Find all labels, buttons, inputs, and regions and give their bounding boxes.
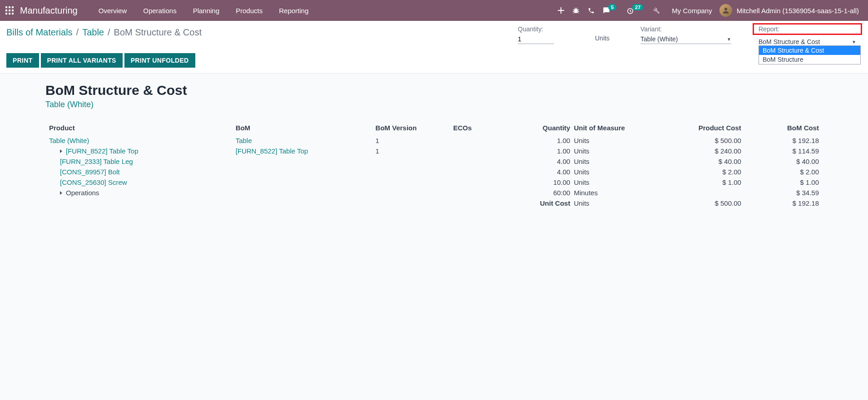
expand-caret-icon[interactable] bbox=[60, 149, 62, 153]
apps-icon[interactable] bbox=[5, 6, 14, 15]
crumb-bills-of-materials[interactable]: Bills of Materials bbox=[6, 27, 73, 38]
top-nav: Manufacturing Overview Operations Planni… bbox=[0, 0, 868, 21]
print-unfolded-button[interactable]: PRINT UNFOLDED bbox=[124, 53, 195, 68]
svg-line-12 bbox=[573, 10, 575, 10]
product-cost: $ 240.00 bbox=[667, 146, 745, 156]
plus-icon[interactable] bbox=[558, 7, 564, 14]
report-label: Report: bbox=[753, 23, 862, 35]
product-cost: $ 2.00 bbox=[667, 167, 745, 177]
product-link[interactable]: [CONS_25630] Screw bbox=[60, 178, 127, 186]
bom-version: 1 bbox=[372, 135, 450, 146]
product-link[interactable]: [FURN_8522] Table Top bbox=[66, 147, 139, 155]
activity-badge: 27 bbox=[632, 4, 643, 10]
svg-rect-4 bbox=[9, 10, 10, 11]
quantity: 10.00 bbox=[512, 177, 574, 188]
crumb-sep: / bbox=[76, 27, 79, 38]
messaging-badge: 5 bbox=[608, 4, 616, 10]
report-field: Report: BoM Structure & Cost ▼ BoM Struc… bbox=[759, 25, 856, 47]
quantity: 4.00 bbox=[512, 167, 574, 177]
chevron-down-icon: ▼ bbox=[852, 40, 856, 44]
product-cost bbox=[667, 188, 745, 198]
messaging-icon[interactable]: 5 bbox=[603, 7, 618, 14]
bom-version bbox=[372, 188, 450, 198]
quantity: 60:00 bbox=[512, 188, 574, 198]
report-body: BoM Structure & Cost Table (White) Produ… bbox=[0, 74, 868, 217]
chevron-down-icon: ▼ bbox=[727, 37, 731, 42]
table-row: Table (White)Table11.00Units$ 500.00$ 19… bbox=[45, 135, 823, 146]
svg-line-17 bbox=[577, 12, 579, 13]
crumb-table[interactable]: Table bbox=[82, 27, 104, 38]
footer-bcost: $ 192.18 bbox=[745, 198, 823, 208]
user-menu[interactable]: Mitchell Admin (15369054-saas-15-1-all) bbox=[719, 4, 863, 17]
breadcrumb: Bills of Materials / Table / BoM Structu… bbox=[6, 25, 202, 38]
tools-icon[interactable] bbox=[653, 7, 660, 14]
product-link[interactable]: Table (White) bbox=[49, 137, 89, 144]
product-link: Operations bbox=[66, 189, 99, 197]
svg-point-19 bbox=[576, 8, 577, 9]
quantity-field: Quantity: bbox=[518, 25, 568, 47]
crumb-current: BoM Structure & Cost bbox=[114, 27, 202, 38]
nav-reporting[interactable]: Reporting bbox=[271, 0, 317, 21]
product-cost: $ 1.00 bbox=[667, 177, 745, 188]
product-link[interactable]: [CONS_89957] Bolt bbox=[60, 168, 120, 176]
uom-value: Units bbox=[595, 25, 613, 42]
product-link[interactable]: [FURN_2333] Table Leg bbox=[60, 158, 133, 165]
product-cost: $ 40.00 bbox=[667, 156, 745, 167]
bom-version bbox=[372, 156, 450, 167]
activity-icon[interactable]: 27 bbox=[626, 7, 645, 15]
quantity-label: Quantity: bbox=[518, 25, 568, 33]
bom-link[interactable]: Table bbox=[236, 137, 252, 144]
quantity-input[interactable] bbox=[518, 35, 554, 44]
nav-products[interactable]: Products bbox=[228, 0, 271, 21]
report-value: BoM Structure & Cost bbox=[759, 38, 820, 45]
bom-cost: $ 1.00 bbox=[745, 177, 823, 188]
quantity: 1.00 bbox=[512, 135, 574, 146]
ecos bbox=[450, 135, 512, 146]
expand-caret-icon[interactable] bbox=[60, 191, 62, 195]
nav-icons: 5 27 bbox=[553, 7, 665, 15]
bug-icon[interactable] bbox=[572, 7, 580, 14]
bom-cost: $ 2.00 bbox=[745, 167, 823, 177]
report-option-structure-cost[interactable]: BoM Structure & Cost bbox=[759, 46, 860, 55]
variant-select[interactable]: Table (White) ▼ bbox=[640, 35, 731, 44]
col-bom-version: BoM Version bbox=[372, 122, 450, 135]
nav-planning[interactable]: Planning bbox=[185, 0, 228, 21]
bom-cost: $ 192.18 bbox=[745, 135, 823, 146]
col-bom: BoM bbox=[232, 122, 372, 135]
bom-table: Product BoM BoM Version ECOs Quantity Un… bbox=[45, 122, 823, 208]
table-row: Operations60:00Minutes$ 34.59 bbox=[45, 188, 823, 198]
actions-row: PRINT PRINT ALL VARIANTS PRINT UNFOLDED bbox=[6, 47, 862, 73]
bom-cost: $ 40.00 bbox=[745, 156, 823, 167]
bom-version: 1 bbox=[372, 146, 450, 156]
bom-version bbox=[372, 167, 450, 177]
print-button[interactable]: PRINT bbox=[6, 53, 39, 68]
print-all-variants-button[interactable]: PRINT ALL VARIANTS bbox=[41, 53, 123, 68]
table-row: [FURN_2333] Table Leg4.00Units$ 40.00$ 4… bbox=[45, 156, 823, 167]
company-selector[interactable]: My Company bbox=[665, 7, 719, 15]
nav-menu: Overview Operations Planning Products Re… bbox=[90, 0, 317, 21]
phone-icon[interactable] bbox=[588, 7, 595, 14]
svg-line-13 bbox=[577, 10, 579, 10]
ecos bbox=[450, 177, 512, 188]
svg-line-16 bbox=[573, 12, 575, 13]
table-row: [CONS_89957] Bolt4.00Units$ 2.00$ 2.00 bbox=[45, 167, 823, 177]
bom-link[interactable]: [FURN_8522] Table Top bbox=[236, 147, 308, 155]
footer-uom: Units bbox=[574, 198, 667, 208]
ecos bbox=[450, 156, 512, 167]
uom-field: Units bbox=[595, 25, 613, 47]
crumb-sep: / bbox=[108, 27, 110, 38]
variant-label: Variant: bbox=[640, 25, 731, 33]
brand-title[interactable]: Manufacturing bbox=[20, 5, 78, 16]
col-product: Product bbox=[45, 122, 232, 135]
report-option-structure[interactable]: BoM Structure bbox=[759, 55, 860, 64]
nav-overview[interactable]: Overview bbox=[90, 0, 135, 21]
svg-rect-5 bbox=[12, 10, 14, 11]
col-product-cost: Product Cost bbox=[667, 122, 745, 135]
nav-operations[interactable]: Operations bbox=[135, 0, 184, 21]
svg-rect-10 bbox=[558, 10, 564, 11]
col-bom-cost: BoM Cost bbox=[745, 122, 823, 135]
quantity: 1.00 bbox=[512, 146, 574, 156]
user-name: Mitchell Admin (15369054-saas-15-1-all) bbox=[737, 7, 859, 15]
table-footer-row: Unit Cost Units $ 500.00 $ 192.18 bbox=[45, 198, 823, 208]
bom-cost: $ 34.59 bbox=[745, 188, 823, 198]
